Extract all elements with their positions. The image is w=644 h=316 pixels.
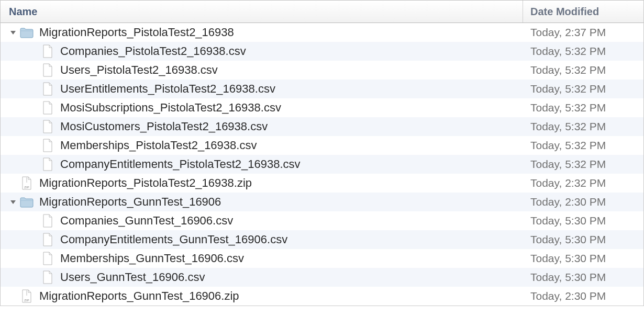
file-icon: [40, 232, 55, 247]
folder-icon: [19, 195, 34, 209]
row-date-cell: Today, 5:32 PM: [523, 120, 643, 133]
row-name-cell[interactable]: Memberships_PistolaTest2_16938.csv: [1, 138, 523, 153]
row-name-label: Users_GunnTest_16906.csv: [60, 270, 205, 284]
zip-row[interactable]: ZIPMigrationReports_PistolaTest2_16938.z…: [1, 174, 643, 193]
row-date-cell: Today, 5:32 PM: [523, 64, 643, 76]
file-row[interactable]: MosiSubscriptions_PistolaTest2_16938.csv…: [1, 98, 643, 117]
file-icon: [40, 100, 55, 115]
column-header-date[interactable]: Date Modified: [523, 1, 643, 22]
file-row[interactable]: MosiCustomers_PistolaTest2_16938.csvToda…: [1, 117, 643, 136]
folder-row[interactable]: MigrationReports_GunnTest_16906Today, 2:…: [1, 193, 643, 211]
zip-row[interactable]: ZIPMigrationReports_GunnTest_16906.zipTo…: [1, 287, 643, 306]
file-row[interactable]: Memberships_PistolaTest2_16938.csvToday,…: [1, 136, 643, 155]
file-icon: [40, 63, 55, 77]
file-row[interactable]: Companies_GunnTest_16906.csvToday, 5:30 …: [1, 211, 643, 230]
row-name-label: MigrationReports_GunnTest_16906: [39, 195, 221, 209]
svg-text:ZIP: ZIP: [24, 299, 29, 302]
file-icon: [40, 251, 55, 266]
row-name-cell[interactable]: Users_PistolaTest2_16938.csv: [1, 63, 523, 77]
disclosure-triangle-icon[interactable]: [7, 199, 19, 205]
row-date-cell: Today, 5:30 PM: [523, 233, 643, 246]
file-icon: [40, 119, 55, 134]
row-date-cell: Today, 5:30 PM: [523, 271, 643, 284]
row-name-label: Memberships_GunnTest_16906.csv: [60, 252, 244, 265]
column-header-row: Name Date Modified: [1, 0, 643, 23]
file-icon: [40, 157, 55, 172]
row-name-label: MigrationReports_PistolaTest2_16938.zip: [39, 176, 252, 190]
row-name-cell[interactable]: MosiCustomers_PistolaTest2_16938.csv: [1, 119, 523, 134]
row-date-cell: Today, 5:32 PM: [523, 158, 643, 171]
row-name-label: Companies_PistolaTest2_16938.csv: [60, 44, 246, 58]
row-name-cell[interactable]: ZIPMigrationReports_PistolaTest2_16938.z…: [1, 176, 523, 190]
file-list-view: Name Date Modified MigrationReports_Pist…: [0, 0, 644, 306]
row-name-cell[interactable]: MigrationReports_GunnTest_16906: [1, 195, 523, 209]
row-name-label: CompanyEntitlements_PistolaTest2_16938.c…: [60, 157, 301, 171]
file-row[interactable]: UserEntitlements_PistolaTest2_16938.csvT…: [1, 80, 643, 98]
row-date-cell: Today, 5:32 PM: [523, 139, 643, 152]
file-row[interactable]: CompanyEntitlements_PistolaTest2_16938.c…: [1, 155, 643, 174]
row-date-cell: Today, 5:30 PM: [523, 252, 643, 265]
row-name-label: MosiSubscriptions_PistolaTest2_16938.csv: [60, 101, 281, 115]
row-name-label: Companies_GunnTest_16906.csv: [60, 214, 233, 228]
row-name-label: MigrationReports_GunnTest_16906.zip: [39, 289, 239, 303]
row-date-cell: Today, 2:37 PM: [523, 26, 643, 39]
disclosure-triangle-icon[interactable]: [7, 29, 19, 36]
row-name-label: MosiCustomers_PistolaTest2_16938.csv: [60, 120, 268, 133]
file-icon: [40, 213, 55, 228]
row-name-cell[interactable]: CompanyEntitlements_GunnTest_16906.csv: [1, 232, 523, 247]
file-icon: [40, 44, 55, 59]
row-date-cell: Today, 2:32 PM: [523, 177, 643, 189]
row-name-label: UserEntitlements_PistolaTest2_16938.csv: [60, 82, 275, 96]
file-rows: MigrationReports_PistolaTest2_16938Today…: [1, 23, 643, 306]
file-icon: [40, 270, 55, 285]
row-name-cell[interactable]: Memberships_GunnTest_16906.csv: [1, 251, 523, 266]
row-name-cell[interactable]: CompanyEntitlements_PistolaTest2_16938.c…: [1, 157, 523, 172]
zip-file-icon: ZIP: [19, 289, 34, 303]
folder-row[interactable]: MigrationReports_PistolaTest2_16938Today…: [1, 23, 643, 42]
zip-file-icon: ZIP: [19, 176, 34, 190]
row-name-cell[interactable]: MigrationReports_PistolaTest2_16938: [1, 25, 523, 40]
row-name-cell[interactable]: ZIPMigrationReports_GunnTest_16906.zip: [1, 289, 523, 303]
column-header-name[interactable]: Name: [1, 1, 523, 22]
row-date-cell: Today, 5:32 PM: [523, 83, 643, 95]
row-date-cell: Today, 5:30 PM: [523, 215, 643, 227]
file-row[interactable]: Users_GunnTest_16906.csvToday, 5:30 PM: [1, 268, 643, 287]
column-header-date-label: Date Modified: [530, 6, 599, 18]
row-name-cell[interactable]: Companies_PistolaTest2_16938.csv: [1, 44, 523, 59]
row-name-label: Users_PistolaTest2_16938.csv: [60, 63, 218, 77]
file-row[interactable]: CompanyEntitlements_GunnTest_16906.csvTo…: [1, 230, 643, 249]
row-name-cell[interactable]: UserEntitlements_PistolaTest2_16938.csv: [1, 82, 523, 96]
row-name-label: Memberships_PistolaTest2_16938.csv: [60, 139, 257, 152]
file-row[interactable]: Memberships_GunnTest_16906.csvToday, 5:3…: [1, 249, 643, 268]
row-name-cell[interactable]: MosiSubscriptions_PistolaTest2_16938.csv: [1, 100, 523, 115]
row-name-label: MigrationReports_PistolaTest2_16938: [39, 26, 234, 39]
column-header-name-label: Name: [9, 6, 37, 18]
row-date-cell: Today, 2:30 PM: [523, 290, 643, 302]
file-row[interactable]: Users_PistolaTest2_16938.csvToday, 5:32 …: [1, 61, 643, 80]
svg-text:ZIP: ZIP: [24, 186, 29, 189]
row-name-label: CompanyEntitlements_GunnTest_16906.csv: [60, 233, 287, 246]
folder-icon: [19, 25, 34, 40]
row-date-cell: Today, 2:30 PM: [523, 196, 643, 208]
row-date-cell: Today, 5:32 PM: [523, 101, 643, 114]
file-icon: [40, 82, 55, 96]
file-icon: [40, 138, 55, 153]
file-row[interactable]: Companies_PistolaTest2_16938.csvToday, 5…: [1, 42, 643, 61]
row-name-cell[interactable]: Users_GunnTest_16906.csv: [1, 270, 523, 285]
row-date-cell: Today, 5:32 PM: [523, 45, 643, 58]
row-name-cell[interactable]: Companies_GunnTest_16906.csv: [1, 213, 523, 228]
